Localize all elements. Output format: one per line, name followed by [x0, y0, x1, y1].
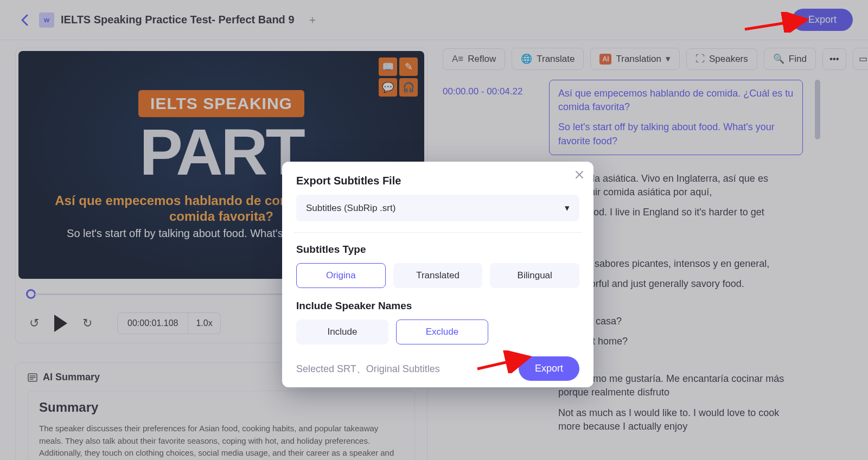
ai-badge-icon: AI	[599, 54, 611, 65]
document-title: IELTS Speaking Practice Test- Perfect Ba…	[61, 14, 295, 26]
segment-text-es: Así que empecemos hablando de comida. ¿C…	[558, 87, 794, 114]
modal-export-button[interactable]: Export	[519, 356, 579, 381]
scrollbar-thumb[interactable]	[815, 80, 820, 139]
headphones-icon: 🎧	[399, 78, 418, 97]
translate-icon: 🌐	[521, 53, 532, 65]
translate-button[interactable]: 🌐Translate	[512, 48, 584, 70]
segment-text-en: Not as much as I would like to. I would …	[558, 407, 779, 432]
back-button[interactable]	[15, 11, 34, 29]
summary-icon	[28, 373, 37, 382]
playback-speed[interactable]: 1.0x	[188, 312, 220, 334]
subtitles-type-title: Subtitles Type	[296, 244, 579, 255]
reflow-icon: A≡	[452, 54, 463, 65]
translate-label: Translate	[537, 54, 575, 65]
speakers-icon: ⛶	[695, 54, 705, 65]
add-tab-button[interactable]: ＋	[304, 12, 321, 28]
subtitle-type-translated[interactable]: Translated	[393, 263, 483, 288]
play-icon	[54, 315, 67, 332]
summary-title: Summary	[39, 400, 404, 415]
document-icon: w	[39, 12, 54, 28]
export-subtitles-modal: Export Subtitles File Subtitles (SubRip …	[282, 162, 593, 387]
include-speakers-title: Include Speaker Names	[296, 300, 579, 312]
pen-icon: ✎	[399, 58, 418, 76]
segment-text-en: So let's start off by talking about food…	[558, 122, 775, 146]
speakers-label: Speakers	[709, 54, 748, 65]
find-label: Find	[789, 54, 807, 65]
subtitle-format-value: Subtitles (SubRip .srt)	[306, 203, 395, 214]
timecode-display[interactable]: 00:00:01.108	[117, 312, 188, 334]
rewind-button[interactable]: ↺	[29, 316, 39, 330]
speakers-button[interactable]: ⛶Speakers	[686, 48, 757, 70]
topbar: w IELTS Speaking Practice Test- Perfect …	[0, 0, 868, 40]
speakers-include[interactable]: Include	[296, 320, 388, 344]
ielts-badge: IELTS SPEAKING	[138, 90, 304, 117]
segment-text-es: la comida asiática. Vivo en Inglaterra, …	[558, 172, 794, 199]
layout-icon: ▭	[859, 53, 867, 65]
summary-text: The speaker discusses their preferences …	[39, 423, 404, 460]
translation-label: Translation	[616, 54, 661, 65]
modal-title: Export Subtitles File	[296, 175, 579, 187]
segment-text-es: stan los sabores picantes, intensos y en…	[558, 257, 794, 271]
translation-dropdown[interactable]: AITranslation▾	[590, 48, 679, 70]
play-button[interactable]	[54, 315, 67, 332]
chevron-down-icon: ▾	[565, 202, 570, 214]
export-button[interactable]: Export	[792, 9, 853, 31]
video-part-text: PART	[139, 123, 303, 181]
divider	[294, 232, 582, 233]
summary-header-label: AI Summary	[43, 372, 100, 383]
close-icon	[575, 170, 584, 179]
subtitle-type-original[interactable]: Origina	[296, 263, 386, 288]
segment-text-es: ucho en casa?	[558, 315, 794, 328]
selection-summary: Selected SRT、Original Subtitles	[296, 362, 440, 375]
find-button[interactable]: 🔍Find	[764, 48, 816, 70]
subtitle-format-select[interactable]: Subtitles (SubRip .srt) ▾	[296, 195, 579, 221]
close-button[interactable]	[575, 169, 584, 182]
chat-icon: 💬	[379, 78, 397, 97]
segment-timestamp: 00:00.00 - 00:04.22	[443, 80, 539, 155]
chevron-down-icon: ▾	[666, 53, 671, 65]
book-icon: 📖	[379, 58, 397, 76]
more-menu-button[interactable]: •••	[822, 48, 846, 70]
layout-toggle-button[interactable]: ▭▾	[853, 48, 868, 70]
reflow-label: Reflow	[468, 54, 496, 65]
transcript-toolbar: A≡Reflow 🌐Translate AITranslation▾ ⛶Spea…	[443, 48, 816, 70]
video-badge-icons: 📖 ✎ 💬 🎧	[379, 58, 418, 97]
ellipsis-icon: •••	[829, 54, 839, 65]
segment-text-es: tanto como me gustaría. Me encantaría co…	[558, 372, 794, 399]
speakers-exclude[interactable]: Exclude	[396, 320, 488, 344]
forward-button[interactable]: ↻	[82, 316, 92, 330]
reflow-button[interactable]: A≡Reflow	[443, 48, 505, 70]
transcript-segment[interactable]: 00:00.00 - 00:04.22 Así que empecemos ha…	[443, 80, 803, 155]
segment-body[interactable]: Así que empecemos hablando de comida. ¿C…	[549, 80, 803, 155]
subtitle-type-bilingual[interactable]: Bilingual	[490, 263, 579, 288]
search-icon: 🔍	[773, 53, 784, 65]
chevron-left-icon	[21, 14, 28, 26]
